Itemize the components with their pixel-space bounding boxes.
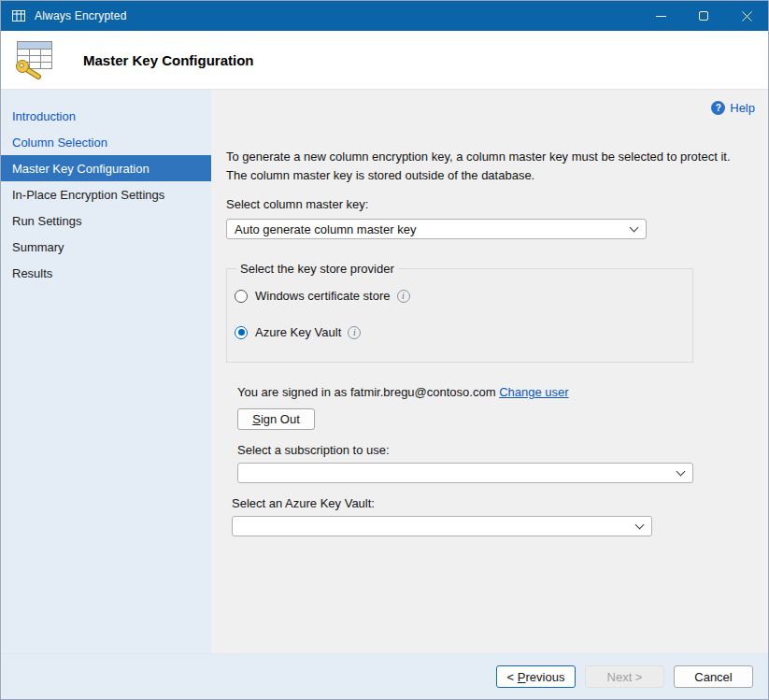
page-title: Master Key Configuration: [83, 52, 254, 68]
key-store-provider-group: Select the key store provider Windows ce…: [226, 262, 693, 363]
sign-out-button[interactable]: Sign Out: [237, 408, 315, 430]
radio-azure-key-vault-label: Azure Key Vault: [255, 325, 341, 339]
table-key-icon: [10, 38, 57, 81]
main-content: ? Help To generate a new column encrypti…: [211, 90, 768, 653]
key-store-provider-legend: Select the key store provider: [236, 262, 398, 276]
radio-azure-key-vault[interactable]: Azure Key Vault i: [235, 325, 683, 339]
wizard-header: Master Key Configuration: [1, 31, 768, 90]
subscription-select[interactable]: [237, 463, 693, 483]
intro-text: To generate a new column encryption key,…: [226, 148, 746, 184]
wizard-body: Introduction Column Selection Master Key…: [1, 90, 768, 653]
titlebar: Always Encrypted: [1, 1, 768, 31]
column-master-key-select[interactable]: Auto generate column master key: [226, 219, 647, 239]
info-icon[interactable]: i: [397, 290, 410, 303]
wizard-steps-sidebar: Introduction Column Selection Master Key…: [1, 90, 211, 653]
previous-button[interactable]: < Previous: [496, 665, 576, 688]
chevron-down-icon: [630, 223, 639, 233]
info-icon[interactable]: i: [348, 326, 361, 339]
help-icon: ?: [711, 101, 725, 115]
sidebar-item-column-selection[interactable]: Column Selection: [1, 129, 211, 155]
column-master-key-value: Auto generate column master key: [235, 222, 416, 236]
sidebar-item-results[interactable]: Results: [1, 260, 211, 286]
close-button[interactable]: [725, 1, 768, 31]
next-button[interactable]: Next >: [585, 665, 664, 688]
key-vault-label: Select an Azure Key Vault:: [232, 496, 768, 510]
chevron-down-icon: [676, 467, 686, 477]
help-link[interactable]: ? Help: [711, 101, 755, 115]
sidebar-item-in-place-encryption-settings[interactable]: In-Place Encryption Settings: [1, 181, 211, 207]
help-label: Help: [730, 101, 755, 115]
key-vault-select[interactable]: [232, 516, 652, 536]
minimize-icon: [656, 16, 666, 17]
window-title: Always Encrypted: [35, 9, 127, 22]
signed-in-text: You are signed in as fatmir.bregu@contos…: [237, 385, 768, 399]
radio-windows-certificate-store-label: Windows certificate store: [255, 289, 391, 303]
change-user-link[interactable]: Change user: [499, 385, 568, 399]
signed-in-message: You are signed in as fatmir.bregu@contos…: [237, 385, 496, 399]
maximize-button[interactable]: [682, 1, 725, 31]
sidebar-item-introduction[interactable]: Introduction: [1, 103, 211, 129]
cancel-button[interactable]: Cancel: [674, 665, 753, 688]
subscription-label: Select a subscription to use:: [237, 443, 768, 457]
sidebar-item-run-settings[interactable]: Run Settings: [1, 207, 211, 234]
radio-windows-certificate-store[interactable]: Windows certificate store i: [235, 289, 683, 303]
maximize-icon: [699, 11, 708, 21]
radio-selected-icon: [235, 326, 248, 339]
minimize-button[interactable]: [639, 1, 682, 31]
sidebar-item-master-key-configuration[interactable]: Master Key Configuration: [1, 155, 211, 181]
always-encrypted-window: Always Encrypted: [0, 0, 769, 700]
footer: < Previous Next > Cancel: [1, 653, 768, 699]
radio-unselected-icon: [235, 290, 248, 303]
column-master-key-label: Select column master key:: [226, 197, 768, 211]
sidebar-item-summary[interactable]: Summary: [1, 234, 211, 260]
chevron-down-icon: [635, 521, 645, 530]
app-icon: [11, 8, 26, 23]
close-icon: [742, 11, 752, 21]
